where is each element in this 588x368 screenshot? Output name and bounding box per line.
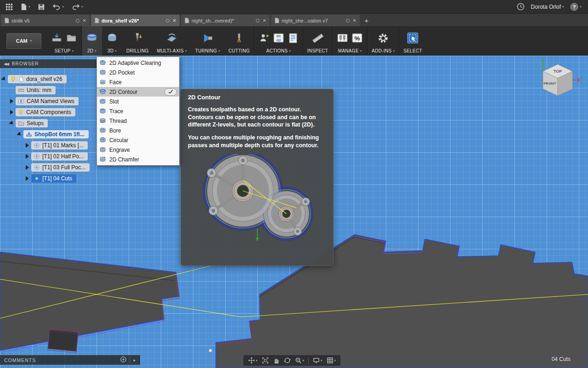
- nav-hand-button[interactable]: [273, 357, 280, 364]
- nav-display-settings-button[interactable]: ▾: [313, 357, 322, 364]
- ribbon-group-setup[interactable]: SETUP▾: [47, 26, 82, 56]
- workspace-switcher-button[interactable]: CAM ▾: [6, 33, 41, 49]
- expand-comments-icon[interactable]: ▸: [133, 358, 136, 362]
- tree-item[interactable]: Setups: [16, 119, 48, 127]
- menu-item-2d-chamfer[interactable]: 2D Chamfer: [97, 155, 179, 164]
- file-menu-button[interactable]: ▾: [20, 3, 30, 11]
- viewcube-front-label: FRONT: [543, 81, 556, 86]
- expander-icon[interactable]: [9, 121, 14, 126]
- menu-item-2d-adaptive-clearing[interactable]: 2D Adaptive Clearing: [97, 58, 179, 68]
- browser-header[interactable]: ◀◀ BROWSER: [0, 59, 107, 68]
- drill-icon[interactable]: [132, 32, 143, 44]
- clock-icon[interactable]: [517, 3, 525, 11]
- tree-item[interactable]: CAM Components: [16, 108, 75, 116]
- menu-item-thread[interactable]: Thread: [97, 116, 179, 126]
- nav-orbit-button[interactable]: [284, 357, 291, 364]
- origin-point[interactable]: [209, 349, 212, 352]
- ruler-icon[interactable]: [312, 32, 324, 44]
- cutting-icon[interactable]: [233, 32, 245, 44]
- expander-icon[interactable]: [26, 154, 29, 159]
- ribbon-group-inspect[interactable]: INSPECT: [303, 26, 333, 56]
- expander-icon[interactable]: [10, 99, 13, 104]
- menu-item-bore[interactable]: Bore: [97, 126, 179, 135]
- tree-item[interactable]: Units: mm: [16, 86, 56, 94]
- redo-button[interactable]: ▾: [71, 3, 83, 11]
- ribbon-label-text: MANAGE: [338, 48, 359, 53]
- new-tab-button[interactable]: +: [361, 15, 372, 26]
- ribbon-group-label: MULTI-AXIS▾: [157, 47, 187, 53]
- nav-grid-settings-button[interactable]: ▾: [327, 357, 336, 364]
- apps-grid-icon[interactable]: [6, 3, 13, 11]
- tree-item[interactable]: ShopBot 6mm 1fl...: [23, 130, 89, 138]
- add-comment-icon[interactable]: [120, 356, 126, 363]
- expander-icon[interactable]: [10, 110, 13, 115]
- menu-item-label: Circular: [109, 137, 128, 144]
- ribbon-group-2d[interactable]: 2D▾: [82, 26, 102, 56]
- nav-pan-button[interactable]: ▾: [248, 357, 258, 364]
- tree-item[interactable]: [T1] 01 Marks [...: [31, 141, 88, 150]
- help-button[interactable]: ? ▾: [570, 3, 582, 11]
- x-axis-label: X: [577, 78, 580, 83]
- caret-down-icon: ▾: [30, 39, 32, 43]
- close-tab-icon[interactable]: ✕: [353, 18, 356, 23]
- ribbon-group-drilling[interactable]: DRILLING: [122, 26, 153, 56]
- expander-icon[interactable]: [17, 132, 22, 137]
- tool-library-icon[interactable]: [337, 32, 348, 44]
- document-tab-stolik-v5[interactable]: stolik v5✕: [1, 15, 90, 26]
- feeds-speeds-icon[interactable]: %: [351, 32, 363, 44]
- close-tab-icon[interactable]: ✕: [173, 18, 176, 23]
- gcode-icon[interactable]: G1G2: [273, 32, 284, 44]
- turning-icon[interactable]: [202, 32, 214, 44]
- view-cube[interactable]: TOP FRONT X: [536, 59, 580, 103]
- menu-item-slot[interactable]: Slot: [97, 97, 179, 106]
- menu-item-face[interactable]: Face: [97, 77, 179, 87]
- add-ins-icon[interactable]: [377, 32, 389, 44]
- workpiece-left-panel[interactable]: [0, 252, 179, 351]
- ribbon-group-cutting[interactable]: CUTTING: [224, 26, 254, 56]
- undo-button[interactable]: ▾: [52, 3, 64, 11]
- setup-folder-icon[interactable]: [66, 32, 77, 44]
- ribbon-group-actions[interactable]: G1G2ACTIONS▾: [254, 26, 303, 56]
- tree-item[interactable]: dora_shelf v26: [8, 75, 67, 83]
- comments-bar[interactable]: COMMENTS ▸: [0, 355, 140, 365]
- tree-item[interactable]: CAM Named Views: [16, 97, 79, 105]
- expander-icon[interactable]: [26, 165, 29, 170]
- menu-item-circular[interactable]: Circular: [97, 135, 179, 145]
- save-button[interactable]: [38, 3, 45, 11]
- menu-item-trace[interactable]: Trace: [97, 106, 179, 116]
- ribbon-group-add-ins[interactable]: ADD-INS▾: [368, 26, 399, 56]
- ribbon-group-turning[interactable]: TURNING▾: [191, 26, 224, 56]
- stack-3d-icon[interactable]: [106, 32, 118, 44]
- ribbon-group-manage[interactable]: %MANAGE▾: [333, 26, 368, 56]
- close-tab-icon[interactable]: ✕: [83, 18, 86, 23]
- nav-fit-button[interactable]: [262, 357, 269, 364]
- tree-item[interactable]: [T1] 04 Cuts: [31, 174, 76, 183]
- ribbon-group-3d[interactable]: 3D▾: [102, 26, 122, 56]
- document-tab-night-she-vation-v7[interactable]: night_she...vation v7✕: [271, 15, 360, 26]
- ribbon-group-multi-axis[interactable]: MULTI-AXIS▾: [153, 26, 191, 56]
- expander-icon[interactable]: [26, 143, 29, 148]
- multi-axis-icon[interactable]: [166, 32, 178, 44]
- stack-2d-icon[interactable]: [86, 32, 98, 44]
- nav-zoom-button[interactable]: ▾: [295, 357, 305, 364]
- setup-new-icon[interactable]: [51, 32, 62, 44]
- select-icon[interactable]: [407, 32, 419, 44]
- tree-item[interactable]: [T1] 03 Full Poc...: [31, 163, 90, 172]
- expander-icon[interactable]: [26, 176, 29, 181]
- post-process-icon[interactable]: [259, 33, 270, 44]
- document-tab-night-sh-overed[interactable]: night_sh...overed)*✕: [181, 15, 270, 26]
- menu-item-edit-button[interactable]: [164, 88, 177, 96]
- user-menu-button[interactable]: Dorota Orlof ▾: [531, 4, 564, 10]
- menu-item-engrave[interactable]: Engrave: [97, 145, 179, 155]
- workpiece-slot-hole[interactable]: [48, 329, 78, 351]
- menu-item-2d-contour[interactable]: 2D Contour: [97, 87, 179, 97]
- close-tab-icon[interactable]: ✕: [263, 18, 266, 23]
- workspace-label: CAM: [16, 38, 28, 44]
- ribbon-group-select[interactable]: SELECT: [399, 26, 426, 56]
- setup-sheet-icon[interactable]: [288, 33, 299, 44]
- expander-icon[interactable]: [1, 76, 6, 82]
- menu-item-2d-pocket[interactable]: 2D Pocket: [97, 68, 179, 77]
- tree-item[interactable]: [T1] 02 Half Po...: [31, 152, 88, 161]
- document-tab-dora-shelf-v26[interactable]: dora_shelf v26*✕: [91, 15, 180, 26]
- collapse-panel-icon[interactable]: ◀◀: [4, 62, 8, 66]
